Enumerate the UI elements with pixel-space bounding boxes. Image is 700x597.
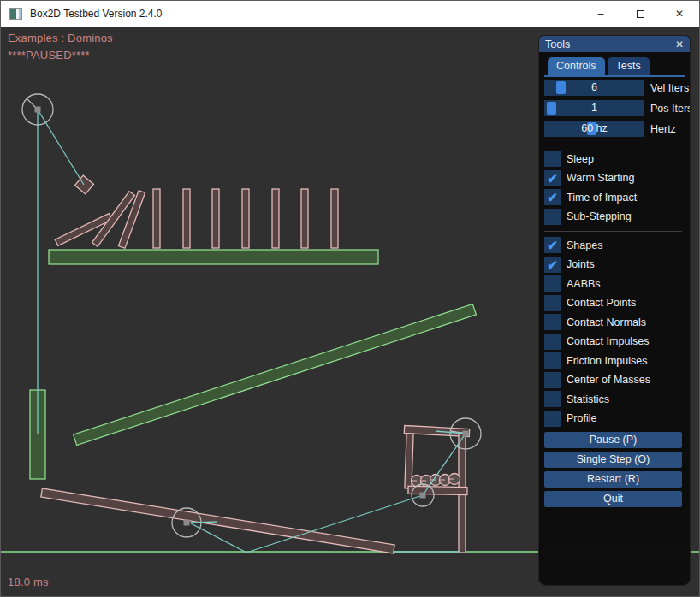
pos-iters-row: 1 Pos Iters <box>544 100 682 116</box>
checkbox-profile[interactable]: ✔ Profile <box>544 411 682 427</box>
checkbox-box[interactable]: ✔ <box>544 189 561 205</box>
check-icon: ✔ <box>547 172 558 185</box>
separator <box>544 231 682 232</box>
tools-panel: Tools ✕ Controls Tests 6 Vel Iters <box>538 35 691 586</box>
stand-shelf <box>408 486 467 494</box>
domino-standing <box>242 189 249 248</box>
minimize-button[interactable]: – <box>581 1 620 27</box>
window-controls: – ✕ <box>581 1 699 27</box>
button-group: Pause (P) Single Step (O) Restart (R) Qu… <box>544 432 682 511</box>
pause-button[interactable]: Pause (P) <box>544 432 682 448</box>
domino-standing <box>331 189 338 248</box>
tools-panel-title: Tools <box>545 38 570 50</box>
checkbox-box[interactable]: ✔ <box>544 209 561 225</box>
ball <box>449 474 460 485</box>
checkbox-box[interactable]: ✔ <box>544 151 561 167</box>
domino-standing <box>272 189 279 248</box>
hertz-slider[interactable]: 60 hz <box>544 121 644 137</box>
seesaw-plank <box>41 488 394 553</box>
checkbox-box[interactable]: ✔ <box>544 334 561 350</box>
app-icon <box>9 8 22 20</box>
hertz-row: 60 hz Hertz <box>544 121 682 137</box>
checkbox-box[interactable]: ✔ <box>544 391 561 407</box>
example-label: Examples : Dominos <box>8 32 113 44</box>
checkbox-box[interactable]: ✔ <box>544 314 561 330</box>
tools-panel-titlebar[interactable]: Tools ✕ <box>539 36 690 52</box>
client-area: Examples : Dominos ****PAUSED**** 18.0 m… <box>1 27 700 597</box>
checkbox-aabbs[interactable]: ✔ AABBs <box>544 275 682 292</box>
tab-controls[interactable]: Controls <box>548 57 605 75</box>
close-icon: ✕ <box>675 8 684 20</box>
pos-iters-label: Pos Iters <box>650 103 691 115</box>
checkbox-time-of-impact[interactable]: ✔ Time of Impact <box>544 189 682 205</box>
panel-body: 6 Vel Iters 1 Pos Iters 60 hz <box>539 77 690 585</box>
checkbox-box[interactable]: ✔ <box>544 372 561 388</box>
checkbox-statistics[interactable]: ✔ Statistics <box>544 391 682 407</box>
domino-standing <box>301 189 308 248</box>
angled-platform <box>74 304 477 446</box>
pos-iters-slider[interactable]: 1 <box>544 100 644 116</box>
domino-standing <box>153 189 160 248</box>
checkbox-contact-normals[interactable]: ✔ Contact Normals <box>544 314 682 330</box>
checkbox-friction-impulses[interactable]: ✔ Friction Impulses <box>544 352 682 369</box>
close-button[interactable]: ✕ <box>660 1 699 27</box>
joint-anchor <box>420 493 426 499</box>
joint-anchor <box>463 431 469 437</box>
pos-iters-value: 1 <box>544 100 644 116</box>
single-step-button[interactable]: Single Step (O) <box>544 452 682 468</box>
frame-time-label: 18.0 ms <box>8 576 49 588</box>
hertz-label: Hertz <box>650 123 676 135</box>
checkbox-box[interactable]: ✔ <box>544 352 561 369</box>
check-icon: ✔ <box>547 239 558 251</box>
checkbox-sub-stepping[interactable]: ✔ Sub-Stepping <box>544 209 682 225</box>
hertz-value: 60 hz <box>544 121 644 137</box>
checkbox-joints[interactable]: ✔ Joints <box>544 257 682 273</box>
window-titlebar: Box2D Testbed Version 2.4.0 – ✕ <box>1 1 699 27</box>
separator <box>544 145 682 145</box>
maximize-icon <box>637 10 644 18</box>
domino-platform <box>49 250 378 264</box>
tab-tests[interactable]: Tests <box>608 57 650 75</box>
joint-line <box>38 109 84 185</box>
checkbox-center-of-masses[interactable]: ✔ Center of Masses <box>544 372 682 388</box>
vel-iters-value: 6 <box>544 80 644 96</box>
minimize-icon: – <box>598 8 604 20</box>
checkbox-warm-starting[interactable]: ✔ Warm Starting <box>544 170 682 186</box>
check-icon: ✔ <box>547 258 558 271</box>
tab-bar: Controls Tests <box>544 57 685 77</box>
window-title: Box2D Testbed Version 2.4.0 <box>30 8 163 20</box>
maximize-button[interactable] <box>620 1 660 27</box>
checkbox-contact-points[interactable]: ✔ Contact Points <box>544 295 682 311</box>
checkbox-box[interactable]: ✔ <box>544 170 561 186</box>
domino-standing <box>212 189 219 248</box>
vel-iters-slider[interactable]: 6 <box>544 80 644 96</box>
vel-iters-label: Vel Iters <box>650 82 689 94</box>
checkbox-shapes[interactable]: ✔ Shapes <box>544 237 682 253</box>
checkbox-box[interactable]: ✔ <box>544 411 561 427</box>
quit-button[interactable]: Quit <box>544 491 682 507</box>
pendulum-box <box>75 175 94 194</box>
checkbox-box[interactable]: ✔ <box>544 237 561 253</box>
checkbox-contact-impulses[interactable]: ✔ Contact Impulses <box>544 334 682 350</box>
checkbox-box[interactable]: ✔ <box>544 295 561 311</box>
vel-iters-row: 6 Vel Iters <box>544 80 682 96</box>
paused-label: ****PAUSED**** <box>8 49 90 62</box>
checkbox-sleep[interactable]: ✔ Sleep <box>544 151 682 167</box>
panel-close-icon[interactable]: ✕ <box>675 39 684 50</box>
app-window: Box2D Testbed Version 2.4.0 – ✕ Examples… <box>0 0 700 597</box>
domino-standing <box>183 189 190 248</box>
joint-anchor <box>184 520 190 526</box>
joint-anchor <box>35 107 41 113</box>
restart-button[interactable]: Restart (R) <box>544 471 682 488</box>
check-icon: ✔ <box>547 191 558 204</box>
checkbox-box[interactable]: ✔ <box>544 257 561 273</box>
checkbox-box[interactable]: ✔ <box>544 275 561 292</box>
